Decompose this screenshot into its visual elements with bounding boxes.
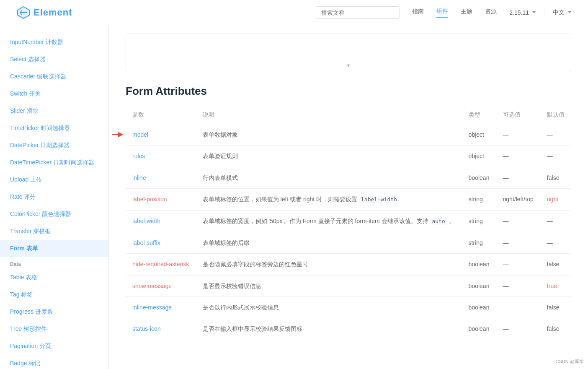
sidebar-item-cascader[interactable]: Cascader 级联选择器 [0, 68, 108, 85]
cell-default: — [540, 210, 571, 232]
col-desc: 说明 [196, 106, 462, 124]
search-input[interactable] [316, 6, 400, 19]
version-text: 2.15.11 [509, 9, 529, 16]
cell-default: — [540, 124, 571, 146]
main-content: ▾ Form Attributes 参数 说明 类型 可选值 默认值 model… [109, 25, 588, 369]
cell-options: — [496, 232, 540, 253]
table-row: inline-message是否以行内形式展示校验信息boolean—false [126, 296, 571, 318]
col-param: 参数 [126, 106, 196, 124]
logo-icon [17, 6, 30, 19]
version-chevron-icon [532, 11, 536, 13]
cell-param: label-suffix [126, 232, 196, 253]
table-row: model表单数据对象object—— [126, 124, 571, 146]
cell-default: — [540, 146, 571, 167]
cell-options: — [496, 146, 540, 167]
cell-default: false [540, 296, 571, 318]
footer-note: CSDN @厚学 [556, 359, 584, 365]
attributes-table: 参数 说明 类型 可选值 默认值 model表单数据对象object——rule… [126, 106, 571, 340]
cell-options: — [496, 210, 540, 232]
sidebar-item-table[interactable]: Table 表格 [0, 269, 108, 286]
cell-desc: 是否显示校验错误信息 [196, 275, 462, 296]
code-inline: auto [430, 218, 447, 225]
sidebar-item-inputnumber[interactable]: InputNumber 计数器 [0, 34, 108, 51]
cell-param: inline-message [126, 296, 196, 318]
cell-default: false [540, 318, 571, 340]
cell-type: boolean [462, 296, 496, 318]
col-default: 默认值 [540, 106, 571, 124]
cell-options: right/left/top [496, 189, 540, 210]
cell-param: show-message [126, 275, 196, 296]
cell-type: object [462, 146, 496, 167]
cell-param: hide-required-asterisk [126, 254, 196, 275]
sidebar-item-rate[interactable]: Rate 评分 [0, 188, 108, 205]
cell-param: inline [126, 167, 196, 188]
cell-options: — [496, 296, 540, 318]
cell-desc: 表单域标签的位置，如果值为 left 或者 right 时，则需要设置 labe… [196, 189, 462, 210]
sidebar-item-tag[interactable]: Tag 标签 [0, 286, 108, 303]
cell-default: true [540, 275, 571, 296]
col-type: 类型 [462, 106, 496, 124]
nav-resources[interactable]: 资源 [485, 8, 497, 17]
sidebar-item-progress[interactable]: Progress 进度条 [0, 303, 108, 320]
collapse-chevron-icon: ▾ [347, 62, 350, 68]
sidebar-section-data: Data [0, 257, 108, 269]
red-arrow-icon [111, 131, 124, 138]
cell-desc: 表单域标签的宽度，例如 '50px'。作为 Form 直接子元素的 form-i… [196, 210, 462, 232]
header: Element 指南 组件 主题 资源 2.15.11 中文 [0, 0, 588, 25]
attributes-table-container: 参数 说明 类型 可选值 默认值 model表单数据对象object——rule… [126, 106, 571, 340]
cell-options: — [496, 254, 540, 275]
cell-type: string [462, 210, 496, 232]
sidebar-item-badge[interactable]: Badge 标记 [0, 355, 108, 369]
nav: 指南 组件 主题 资源 [412, 8, 497, 18]
sidebar-item-timepicker[interactable]: TimePicker 时间选择器 [0, 120, 108, 137]
nav-components[interactable]: 组件 [436, 8, 448, 18]
cell-desc: 表单数据对象 [196, 124, 462, 146]
cell-default: false [540, 254, 571, 275]
sidebar-item-tree[interactable]: Tree 树形控件 [0, 320, 108, 338]
table-row: status-icon是否在输入框中显示校验结果反馈图标boolean—fals… [126, 318, 571, 340]
cell-type: string [462, 189, 496, 210]
cell-options: — [496, 124, 540, 146]
table-row: label-width表单域标签的宽度，例如 '50px'。作为 Form 直接… [126, 210, 571, 232]
table-row: label-suffix表单域标签的后缀string—— [126, 232, 571, 253]
lang-text: 中文 [553, 9, 565, 16]
sidebar-item-datepicker[interactable]: DatePicker 日期选择器 [0, 137, 108, 154]
cell-type: boolean [462, 275, 496, 296]
cell-options: — [496, 275, 540, 296]
cell-type: boolean [462, 318, 496, 340]
nav-guide[interactable]: 指南 [412, 8, 424, 17]
cell-desc: 表单域标签的后缀 [196, 232, 462, 253]
cell-type: object [462, 124, 496, 146]
demo-box: ▾ [126, 34, 571, 72]
section-title: Form Attributes [126, 85, 571, 98]
sidebar-item-switch[interactable]: Switch 开关 [0, 85, 108, 102]
cell-desc: 是否在输入框中显示校验结果反馈图标 [196, 318, 462, 340]
sidebar-item-slider[interactable]: Slider 滑块 [0, 102, 108, 120]
sidebar-item-pagination[interactable]: Pagination 分页 [0, 338, 108, 355]
table-row: hide-required-asterisk是否隐藏必填字段的标签旁边的红色星号… [126, 254, 571, 275]
sidebar: InputNumber 计数器 Select 选择器 Cascader 级联选择… [0, 25, 109, 369]
sidebar-item-upload[interactable]: Upload 上传 [0, 171, 108, 188]
table-header-row: 参数 说明 类型 可选值 默认值 [126, 106, 571, 124]
version-selector[interactable]: 2.15.11 [509, 9, 544, 16]
sidebar-item-transfer[interactable]: Transfer 穿梭框 [0, 223, 108, 240]
code-inline: label-width [359, 196, 399, 203]
lang-selector[interactable]: 中文 [553, 9, 571, 16]
sidebar-item-datetimepicker[interactable]: DateTimePicker 日期时间选择器 [0, 154, 108, 171]
demo-collapse-button[interactable]: ▾ [126, 59, 571, 72]
cell-param: label-position [126, 189, 196, 210]
cell-type: boolean [462, 167, 496, 188]
sidebar-item-colorpicker[interactable]: ColorPicker 颜色选择器 [0, 205, 108, 223]
cell-param: rules [126, 146, 196, 167]
sidebar-item-select[interactable]: Select 选择器 [0, 51, 108, 68]
cell-options: — [496, 167, 540, 188]
logo: Element [17, 6, 72, 19]
sidebar-item-form[interactable]: Form 表单 [0, 240, 108, 257]
table-row: show-message是否显示校验错误信息boolean—true [126, 275, 571, 296]
cell-param: model [126, 124, 196, 146]
nav-theme[interactable]: 主题 [461, 8, 472, 17]
cell-param: label-width [126, 210, 196, 232]
logo-text: Element [34, 7, 72, 18]
table-header: 参数 说明 类型 可选值 默认值 [126, 106, 571, 124]
cell-default: — [540, 232, 571, 253]
